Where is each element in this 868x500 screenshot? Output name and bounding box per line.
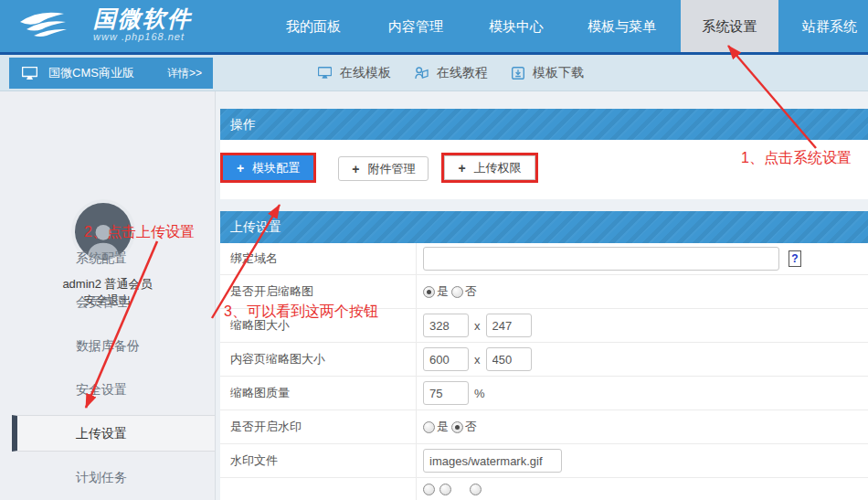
module-config-button[interactable]: + 模块配置 bbox=[223, 155, 313, 180]
product-name: 国微CMS商业版 bbox=[48, 65, 134, 81]
thumbnail-no-radio[interactable] bbox=[451, 286, 463, 298]
option-radio-3[interactable] bbox=[470, 484, 482, 495]
dimension-separator: x bbox=[474, 353, 481, 367]
sidebar-item-member-management[interactable]: 会员管理 bbox=[0, 280, 215, 324]
annotation-step2: 2、点击上传设置 bbox=[84, 223, 195, 242]
nav-item-dashboard[interactable]: 我的面板 bbox=[286, 0, 341, 52]
form-row-clipped-radio-group bbox=[220, 478, 868, 500]
logo-subtitle: www .php168.net bbox=[93, 31, 192, 42]
form-row-enable-watermark: 是否开启水印 是 否 bbox=[220, 410, 868, 444]
upload-settings-section: 上传设置 绑定域名 ? 是否开启缩略图 是 否 bbox=[220, 211, 868, 500]
secondary-bar: 国微CMS商业版 详情>> 在线模板 在线教程 bbox=[0, 55, 868, 91]
annotation-step3: 3、可以看到这两个按钮 bbox=[224, 303, 378, 322]
field-label: 内容页缩略图大小 bbox=[220, 343, 417, 376]
plus-icon: + bbox=[458, 161, 465, 176]
logo[interactable]: 国微软件 www .php168.net bbox=[18, 5, 192, 42]
link-online-templates[interactable]: 在线模板 bbox=[318, 65, 391, 81]
operations-header: 操作 bbox=[220, 109, 868, 140]
watermark-yes-radio[interactable] bbox=[423, 421, 435, 433]
plus-icon: + bbox=[352, 162, 359, 176]
tutorial-icon bbox=[415, 67, 429, 80]
field-label: 缩略图质量 bbox=[220, 377, 417, 410]
logo-title: 国微软件 bbox=[93, 5, 192, 31]
attachment-management-button[interactable]: + 附件管理 bbox=[338, 156, 429, 181]
bind-domain-input[interactable] bbox=[423, 247, 779, 271]
sidebar-item-system-config[interactable]: 系统配置 bbox=[0, 236, 215, 280]
plus-icon: + bbox=[237, 161, 244, 176]
content-thumbnail-width-input[interactable] bbox=[423, 347, 469, 371]
link-template-download[interactable]: 模板下载 bbox=[512, 65, 584, 81]
link-label: 在线教程 bbox=[437, 65, 488, 81]
radio-option-label: 否 bbox=[465, 419, 477, 435]
radio-option-label: 否 bbox=[465, 283, 477, 300]
form-row-bind-domain: 绑定域名 ? bbox=[220, 243, 868, 275]
field-label: 是否开启水印 bbox=[220, 410, 417, 443]
dimension-separator: x bbox=[474, 319, 481, 333]
form-row-thumbnail-quality: 缩略图质量 % bbox=[220, 377, 868, 410]
product-badge[interactable]: 国微CMS商业版 详情>> bbox=[9, 58, 213, 89]
watermark-file-input[interactable] bbox=[423, 449, 562, 473]
sidebar-item-security-settings[interactable]: 安全设置 bbox=[0, 367, 215, 411]
monitor-icon bbox=[22, 67, 37, 80]
admin-page: 国微软件 www .php168.net 我的面板 内容管理 模块中心 模板与菜… bbox=[0, 0, 868, 500]
sidebar-item-upload-settings[interactable]: 上传设置 bbox=[12, 415, 215, 452]
highlight-box-upload-permission: + 上传权限 bbox=[441, 153, 537, 183]
highlight-box-module-config: + 模块配置 bbox=[220, 153, 316, 183]
content-thumbnail-height-input[interactable] bbox=[486, 347, 532, 371]
upload-permission-button[interactable]: + 上传权限 bbox=[444, 155, 535, 180]
annotation-step1: 1、点击系统设置 bbox=[741, 149, 852, 168]
form-row-watermark-file: 水印文件 bbox=[220, 444, 868, 478]
field-label: 水印文件 bbox=[220, 444, 417, 477]
field-label bbox=[220, 478, 417, 500]
option-radio-2[interactable] bbox=[439, 484, 451, 495]
upload-settings-header: 上传设置 bbox=[220, 211, 868, 243]
link-label: 在线模板 bbox=[340, 65, 391, 81]
percent-unit-label: % bbox=[474, 387, 485, 400]
field-label: 绑定域名 bbox=[220, 243, 417, 274]
link-online-tutorials[interactable]: 在线教程 bbox=[415, 65, 488, 81]
thumbnail-quality-input[interactable] bbox=[423, 381, 469, 405]
thumbnail-width-input[interactable] bbox=[423, 314, 469, 337]
top-navigation-bar: 国微软件 www .php168.net 我的面板 内容管理 模块中心 模板与菜… bbox=[0, 0, 868, 52]
sidebar-item-scheduled-tasks[interactable]: 计划任务 bbox=[0, 455, 215, 499]
details-link[interactable]: 详情>> bbox=[167, 66, 202, 81]
form-row-content-thumbnail-size: 内容页缩略图大小 x bbox=[220, 343, 868, 377]
nav-item-system-settings[interactable]: 系统设置 bbox=[681, 0, 778, 52]
sidebar: admin2 普通会员 安全退出 系统配置 会员管理 数据库备份 安全设置 上传… bbox=[0, 91, 216, 500]
nav-item-templates-menus[interactable]: 模板与菜单 bbox=[587, 0, 656, 52]
option-radio-1[interactable] bbox=[423, 484, 435, 495]
nav-item-site-group[interactable]: 站群系统 bbox=[802, 0, 857, 52]
sidebar-item-database-backup[interactable]: 数据库备份 bbox=[0, 324, 215, 367]
thumbnail-height-input[interactable] bbox=[486, 314, 532, 337]
radio-option-label: 是 bbox=[437, 419, 449, 435]
monitor-icon bbox=[318, 67, 332, 80]
wave-logo-icon bbox=[18, 7, 84, 40]
nav-item-content[interactable]: 内容管理 bbox=[388, 0, 443, 52]
sidebar-menu: 系统配置 会员管理 数据库备份 安全设置 上传设置 计划任务 bbox=[0, 236, 215, 499]
radio-option-label: 是 bbox=[437, 283, 449, 300]
thumbnail-yes-radio[interactable] bbox=[423, 286, 435, 298]
download-icon bbox=[512, 67, 524, 80]
watermark-no-radio[interactable] bbox=[451, 421, 463, 433]
help-icon[interactable]: ? bbox=[789, 250, 801, 267]
link-label: 模板下载 bbox=[533, 65, 584, 81]
nav-item-modules[interactable]: 模块中心 bbox=[489, 0, 544, 52]
